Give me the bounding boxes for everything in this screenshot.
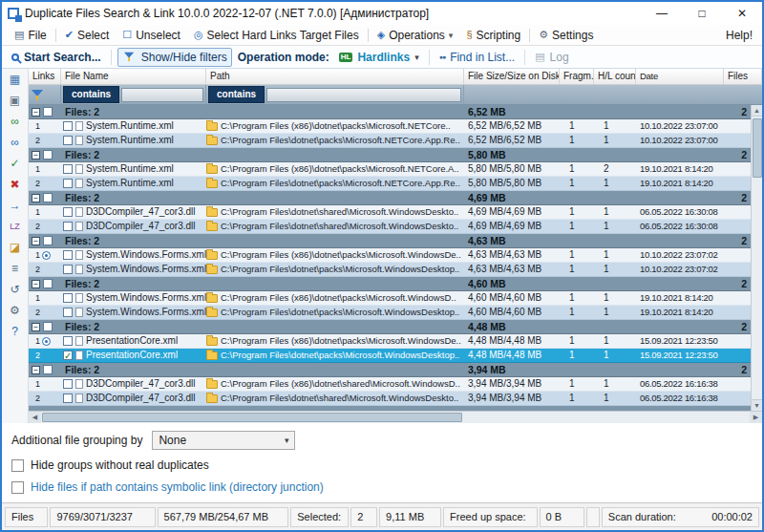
file-row[interactable]: 1 System.Runtime.xml C:\Program Files (x… bbox=[29, 119, 762, 134]
collapse-icon[interactable]: − bbox=[32, 366, 40, 374]
file-row[interactable]: 1 System.Windows.Forms.xml C:\Program Fi… bbox=[29, 248, 762, 263]
scroll-down-icon[interactable]: ▼ bbox=[752, 399, 763, 411]
menu-item-file[interactable]: ▤ File bbox=[8, 25, 53, 45]
move-files-icon[interactable]: → bbox=[6, 198, 25, 213]
menu-item-select-hard-links-target-files[interactable]: ◎ Select Hard Links Target Files bbox=[187, 25, 366, 45]
file-row[interactable]: 2 System.Windows.Forms.xml C:\Program Fi… bbox=[29, 263, 762, 277]
file-row[interactable]: 1 D3DCompiler_47_cor3.dll C:\Program Fil… bbox=[29, 377, 762, 392]
vertical-scrollbar-thumb[interactable] bbox=[753, 118, 762, 178]
menu-item-select[interactable]: ✔ Select bbox=[58, 25, 117, 45]
copy-list-icon[interactable]: ▣ bbox=[6, 93, 25, 108]
undo-icon[interactable]: ↺ bbox=[6, 282, 25, 297]
help-side-icon[interactable]: ? bbox=[6, 324, 25, 339]
group-checkbox[interactable] bbox=[43, 193, 53, 202]
group-header-row[interactable]: − Files: 2 4,60 MB 2 bbox=[29, 277, 762, 291]
horizontal-scrollbar[interactable]: ◀ ▶ bbox=[29, 411, 762, 423]
column-header-file-name[interactable]: File Name bbox=[61, 69, 206, 84]
minimize-button[interactable]: — bbox=[642, 2, 682, 25]
file-row[interactable]: 2 PresentationCore.xml C:\Program Files\… bbox=[29, 349, 762, 363]
show-hide-filters-button[interactable]: Show/Hide filters bbox=[117, 48, 232, 67]
results-grid-icon[interactable]: ▦ bbox=[6, 72, 25, 87]
group-header-row[interactable]: − Files: 2 5,80 MB 2 bbox=[29, 148, 762, 162]
tools-icon[interactable]: ⚙ bbox=[6, 303, 25, 318]
menu-item-settings[interactable]: ⚙ Settings bbox=[532, 25, 600, 45]
file-row[interactable]: 1 System.Runtime.xml C:\Program Files (x… bbox=[29, 162, 762, 177]
scroll-right-icon[interactable]: ▶ bbox=[750, 412, 762, 423]
column-header-links[interactable]: Links bbox=[29, 69, 61, 84]
filename-filter-input[interactable] bbox=[121, 88, 203, 102]
menu-item-help[interactable]: Help! bbox=[722, 29, 756, 42]
group-header-row[interactable]: − Files: 2 4,48 MB 2 bbox=[29, 320, 762, 334]
row-checkbox[interactable] bbox=[63, 308, 73, 317]
column-header-h-l-count[interactable]: H/L count bbox=[594, 69, 636, 84]
group-checkbox[interactable] bbox=[43, 322, 53, 331]
scroll-up-icon[interactable]: ▲ bbox=[752, 105, 763, 117]
vertical-scrollbar[interactable]: ▲ ▼ bbox=[751, 105, 762, 411]
close-button[interactable]: ✕ bbox=[722, 2, 762, 25]
delete-files-icon[interactable]: ✖ bbox=[6, 177, 25, 192]
report-icon[interactable]: ≡ bbox=[6, 261, 25, 276]
group-checkbox[interactable] bbox=[43, 365, 53, 374]
row-checkbox[interactable] bbox=[63, 379, 73, 389]
file-row[interactable]: 2 D3DCompiler_47_cor3.dll C:\Program Fil… bbox=[29, 220, 762, 234]
start-search-button[interactable]: Start Search... bbox=[8, 49, 105, 66]
file-row[interactable]: 1 D3DCompiler_47_cor3.dll C:\Program Fil… bbox=[29, 205, 762, 220]
row-checkbox[interactable] bbox=[63, 265, 73, 274]
column-header-files[interactable]: Files bbox=[724, 69, 762, 84]
group-checkbox[interactable] bbox=[43, 236, 53, 245]
operation-mode-select[interactable]: HL Hardlinks ▾ bbox=[335, 49, 423, 66]
row-checkbox[interactable] bbox=[63, 136, 73, 145]
row-checkbox[interactable] bbox=[63, 121, 73, 131]
scroll-left-icon[interactable]: ◀ bbox=[29, 412, 41, 423]
horizontal-scrollbar-thumb[interactable] bbox=[42, 413, 462, 422]
group-checkbox[interactable] bbox=[43, 279, 53, 288]
hide-groups-checkbox[interactable] bbox=[11, 459, 24, 472]
column-header-path[interactable]: Path bbox=[206, 69, 464, 84]
group-header-row[interactable]: − Files: 2 6,52 MB 2 bbox=[29, 105, 762, 119]
collapse-icon[interactable]: − bbox=[32, 280, 40, 288]
row-checkbox[interactable] bbox=[63, 207, 73, 217]
column-header-file-size-size-on-disk[interactable]: File Size/Size on Disk bbox=[464, 69, 560, 84]
filename-filter-operator[interactable]: contains bbox=[63, 86, 119, 103]
row-checkbox[interactable] bbox=[63, 394, 73, 403]
hardlink-source-radio-icon[interactable] bbox=[42, 337, 51, 346]
column-header-fragm[interactable]: Fragm. bbox=[560, 69, 594, 84]
row-checkbox[interactable] bbox=[63, 351, 73, 360]
collapse-icon[interactable]: − bbox=[32, 194, 40, 202]
open-folder-icon[interactable]: ◪ bbox=[6, 240, 25, 255]
file-row[interactable]: 1 PresentationCore.xml C:\Program Files … bbox=[29, 334, 762, 349]
verify-links-icon[interactable]: ✓ bbox=[6, 156, 25, 171]
create-hardlink-icon[interactable]: ∞ bbox=[6, 114, 25, 129]
row-checkbox[interactable] bbox=[63, 179, 73, 188]
create-symlink-icon[interactable]: ∞ bbox=[6, 135, 25, 150]
file-row[interactable]: 2 System.Runtime.xml C:\Program Files\do… bbox=[29, 134, 762, 148]
hardlink-source-radio-icon[interactable] bbox=[42, 251, 51, 260]
file-row[interactable]: 2 D3DCompiler_47_cor3.dll C:\Program Fil… bbox=[29, 392, 762, 406]
group-checkbox[interactable] bbox=[43, 150, 53, 160]
collapse-icon[interactable]: − bbox=[32, 151, 40, 160]
maximize-button[interactable]: □ bbox=[682, 2, 722, 25]
path-filter-input[interactable] bbox=[266, 88, 461, 102]
row-checkbox[interactable] bbox=[63, 336, 73, 346]
group-checkbox[interactable] bbox=[43, 107, 53, 117]
compress-lz-icon[interactable]: LZ bbox=[6, 219, 25, 234]
collapse-icon[interactable]: − bbox=[32, 237, 40, 245]
menu-item-scripting[interactable]: § Scripting bbox=[459, 25, 527, 45]
row-checkbox[interactable] bbox=[63, 250, 73, 260]
grouping-select[interactable]: None ▾ bbox=[152, 431, 295, 450]
file-row[interactable]: 2 System.Windows.Forms.xml C:\Program Fi… bbox=[29, 306, 762, 320]
collapse-icon[interactable]: − bbox=[32, 108, 40, 117]
row-checkbox[interactable] bbox=[63, 222, 73, 231]
find-in-list-button[interactable]: ●● Find in List... bbox=[435, 49, 520, 66]
row-checkbox[interactable] bbox=[63, 293, 73, 303]
column-header-date[interactable]: Date bbox=[636, 69, 724, 84]
collapse-icon[interactable]: − bbox=[32, 323, 40, 331]
row-checkbox[interactable] bbox=[63, 164, 73, 174]
menu-item-operations[interactable]: ◈ Operations ▾ bbox=[371, 25, 460, 45]
hide-symlink-checkbox[interactable] bbox=[11, 481, 24, 494]
group-header-row[interactable]: − Files: 2 3,94 MB 2 bbox=[29, 363, 762, 377]
path-filter-operator[interactable]: contains bbox=[208, 86, 265, 103]
file-row[interactable]: 1 System.Windows.Forms.xml C:\Program Fi… bbox=[29, 291, 762, 306]
log-button[interactable]: ▤ Log bbox=[531, 49, 572, 66]
file-row[interactable]: 2 System.Runtime.xml C:\Program Files\do… bbox=[29, 177, 762, 191]
